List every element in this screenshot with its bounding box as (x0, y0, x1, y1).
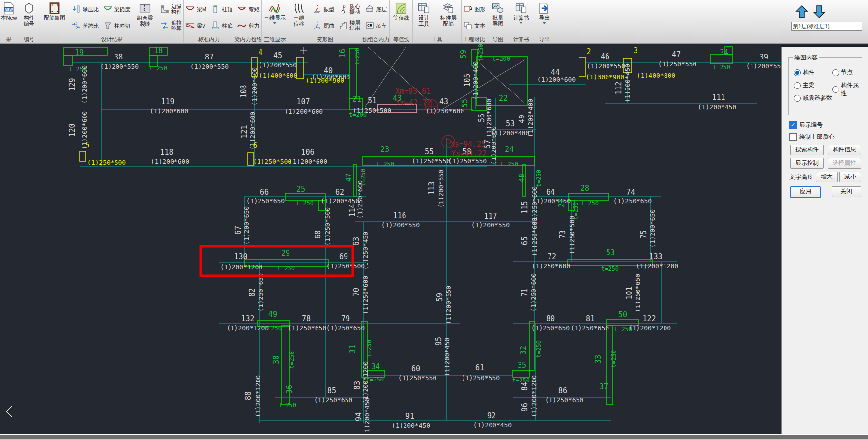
cad-label[interactable]: t=250 (149, 65, 167, 72)
cad-label[interactable]: 115 (521, 201, 529, 214)
cad-label[interactable]: 73 (558, 230, 567, 239)
cad-label[interactable]: (1)250*600 (530, 273, 537, 312)
cad-label[interactable]: (1)250*650 (288, 324, 326, 332)
cad-label[interactable]: 53 (606, 248, 615, 257)
cad-label[interactable]: t=250 (535, 170, 542, 187)
cad-label[interactable]: 65 (521, 236, 529, 245)
cad-label[interactable]: 16 (338, 49, 347, 58)
cad-label[interactable]: 27 (557, 199, 566, 207)
cad-label[interactable]: (1)250*550 (412, 157, 450, 165)
display-control-button[interactable]: 显示控制 (790, 158, 824, 169)
cad-label[interactable]: 129 (68, 78, 77, 91)
radio-减震器参数[interactable]: 减震器参数 (794, 94, 832, 102)
cad-label[interactable]: 36 (285, 385, 294, 394)
cad-label[interactable]: (1)250*500 (253, 158, 291, 165)
ribbon-button-楼层结果[interactable]: 楼层结果 (337, 18, 362, 33)
ribbon-button-底层[interactable]: 底层 (363, 1, 388, 17)
cad-label[interactable]: 130 (234, 252, 247, 261)
cad-label[interactable]: 86 (558, 386, 567, 395)
cad-label[interactable]: 92 (487, 411, 496, 420)
cad-label[interactable]: (1)200*550 (100, 63, 139, 70)
cad-label[interactable]: (1)300*900 (586, 73, 624, 81)
cad-label[interactable]: (1)200*450 (443, 338, 451, 376)
cad-label[interactable]: 111 (712, 93, 725, 102)
checkbox-显示编号[interactable]: ✓显示编号 (789, 121, 823, 129)
floor-down-button[interactable] (813, 5, 826, 19)
cad-label[interactable]: (1)200*550 (746, 62, 784, 70)
cad-label[interactable]: 61 (475, 363, 484, 372)
radio-节点[interactable]: 节点 (832, 68, 853, 77)
cad-label[interactable]: (1)200*450 (473, 421, 512, 429)
cad-label[interactable]: 51 (368, 96, 376, 105)
cad-label[interactable]: 62 (335, 188, 344, 197)
cad-label[interactable]: Xs=94.25 (450, 140, 486, 148)
cad-label[interactable]: 79 (341, 314, 350, 323)
ribbon-button-文本[interactable]: 文本 (462, 18, 487, 33)
floor-select-input[interactable] (791, 22, 862, 31)
cad-label[interactable]: 69 (339, 252, 348, 261)
cad-label[interactable]: (1)250*500 (324, 207, 331, 246)
cad-label[interactable]: (1)250*650 (634, 274, 641, 312)
cad-label[interactable]: 71 (521, 288, 529, 297)
cad-label[interactable]: 107 (296, 97, 310, 106)
decrease-button[interactable]: 减小 (839, 172, 861, 182)
cad-label[interactable]: (1)200*550 (259, 61, 297, 69)
cad-label[interactable]: (1)200*650 (649, 209, 656, 248)
cad-label[interactable]: (1)200*450 (363, 398, 371, 436)
cad-label[interactable]: 55 (461, 99, 469, 108)
cad-label[interactable]: (1)250*600 (531, 218, 538, 256)
cad-label[interactable]: (1)250*650 (326, 324, 365, 332)
ribbon-button-梁M[interactable]: 梁M (184, 1, 208, 17)
cad-label[interactable]: 39 (759, 53, 768, 61)
cad-label[interactable]: (1)200*550 (587, 62, 625, 70)
cad-label[interactable]: t=200 (349, 111, 367, 118)
cad-label[interactable]: (1)200*550 (445, 286, 452, 324)
cad-label[interactable]: 81 (586, 314, 595, 323)
cad-label[interactable]: 88 (244, 391, 253, 400)
cad-label[interactable]: 34 (371, 362, 380, 371)
ribbon-button-偏拉验算[interactable]: 偏拉验算 (158, 18, 183, 33)
increase-button[interactable]: 增大 (816, 172, 838, 182)
radio-构件属性[interactable]: 构件属性 (832, 81, 862, 98)
cad-label[interactable]: 122 (642, 314, 656, 323)
cad-label[interactable]: 94 (354, 412, 363, 421)
cad-label[interactable]: 24 (505, 145, 514, 154)
cad-label[interactable]: (1)250*550 (448, 157, 487, 165)
cad-label[interactable]: 2 (586, 47, 591, 56)
cad-label[interactable]: 74 (626, 188, 635, 197)
cad-label[interactable]: 49 (518, 115, 526, 123)
ribbon-button-柱冲切[interactable]: 柱冲切 (101, 18, 132, 33)
cad-label[interactable]: (1)250*450 (362, 232, 369, 270)
cad-label[interactable]: 5 (85, 141, 89, 149)
cad-label[interactable]: (1)300*900 (306, 77, 344, 84)
close-button[interactable]: 关闭 (832, 186, 861, 197)
cad-label[interactable]: 121 (240, 125, 249, 138)
ribbon-button-计算书[interactable]: 计算书 (509, 1, 533, 25)
cad-label[interactable]: 117 (484, 212, 497, 221)
cad-label[interactable]: t=250 (477, 44, 484, 61)
cad-label[interactable]: 29 (281, 249, 290, 258)
cad-label[interactable]: (1)200*400 (472, 61, 479, 100)
cad-label[interactable]: (1)250*650 (314, 396, 352, 404)
cad-label[interactable]: 19 (75, 48, 84, 57)
cad-label[interactable]: 28 (580, 184, 589, 193)
cad-label[interactable]: (1)200*600 (289, 158, 327, 165)
cad-label[interactable]: (1)250*600 (532, 263, 570, 270)
cad-label[interactable]: 91 (405, 412, 414, 421)
ribbon-button-吊车[interactable]: CR吊车 (363, 18, 388, 33)
cad-label[interactable]: t=200 (492, 56, 510, 62)
cad-label[interactable]: (1)200*550 (471, 221, 510, 229)
ribbon-button-批量导图[interactable]: 批量导图 (487, 1, 509, 27)
cad-label[interactable]: (1)400*800 (637, 72, 675, 79)
cad-label[interactable]: t=250 (296, 200, 314, 206)
cad-label[interactable]: 114 (348, 204, 357, 217)
cad-label[interactable]: 47 (345, 173, 353, 182)
ribbon-button-柱底[interactable]: 柱底 (209, 18, 234, 33)
cad-label[interactable]: Xm=93.61 (395, 87, 431, 96)
cad-label[interactable]: (1)200*600 (150, 107, 188, 115)
cad-label[interactable]: 22 (499, 94, 508, 103)
cad-label[interactable]: (1)250*500 (568, 216, 576, 254)
cad-label[interactable]: (1)200*450 (321, 197, 359, 205)
cad-label[interactable]: 49 (268, 310, 277, 319)
cad-label[interactable]: 116 (393, 211, 406, 220)
